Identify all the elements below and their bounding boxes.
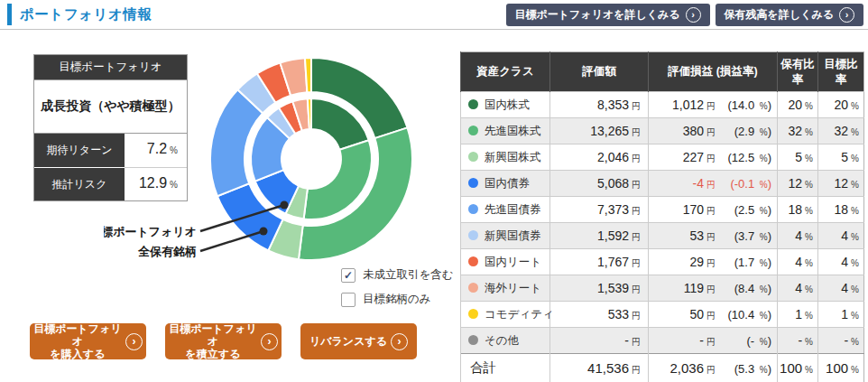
- unit-label: %: [760, 232, 768, 242]
- cell-holding-ratio: 32%: [778, 118, 818, 144]
- gain-rate: (-0.1 %): [716, 177, 771, 191]
- page-title: ポートフォリオ情報: [20, 5, 152, 24]
- chevron-right-icon: ›: [125, 333, 143, 350]
- asset-label: 国内リート: [485, 256, 541, 268]
- cell-holding-ratio: 1%: [778, 302, 818, 328]
- chevron-right-icon: ›: [839, 7, 854, 23]
- cell-gain-loss: 50円(10.4 %): [649, 302, 778, 328]
- gain-rate: (5.3 %): [716, 362, 771, 376]
- gain-amount: -円: [652, 333, 716, 349]
- unit-label: 円: [632, 180, 641, 190]
- target-securities-only-option[interactable]: 目標銘柄のみ: [341, 292, 454, 307]
- cell-asset-class: その他: [461, 328, 550, 354]
- action-buttons: 目標ポートフォリオ を購入する › 目標ポートフォリオ を積立する › リバラン…: [30, 323, 417, 359]
- unit-label: %: [805, 101, 813, 111]
- cell-valuation: -円: [550, 328, 649, 354]
- unit-label: 円: [632, 206, 641, 216]
- column-header: 保有比率: [778, 52, 818, 92]
- unit-label: %: [851, 284, 859, 294]
- buy-target-portfolio-label: 目標ポートフォリオ を購入する: [33, 322, 122, 360]
- unit-label: %: [760, 180, 768, 190]
- asset-label: 合計: [470, 360, 496, 375]
- gain-amount: 53円: [652, 228, 716, 244]
- buy-target-portfolio-button[interactable]: 目標ポートフォリオ を購入する ›: [30, 323, 146, 359]
- gain-rate: (8.4 %): [716, 282, 771, 295]
- unit-label: 円: [706, 232, 716, 242]
- cell-asset-class: 新興国株式: [461, 144, 550, 171]
- include-pending-trades-option[interactable]: ✓ 未成立取引を含む: [341, 267, 454, 283]
- holdings-detail-button[interactable]: 保有残高を詳しくみる ›: [716, 4, 863, 26]
- asset-label: 国内株式: [485, 98, 530, 111]
- table-row: 新興国株式2,046円227円(12.5 %)5%5%: [461, 144, 864, 171]
- table-header-row: 資産クラス評価額評価損益 (損益率)保有比率目標比率: [461, 52, 864, 92]
- unit-label: %: [760, 101, 768, 111]
- asset-label: コモディティ: [485, 308, 554, 321]
- gain-rate: (2.9 %): [716, 125, 771, 138]
- gain-amount: 50円: [652, 307, 716, 322]
- target-portfolio-detail-button[interactable]: 目標ポートフォリオを詳しくみる ›: [506, 4, 710, 26]
- unit-label: 円: [632, 311, 641, 321]
- cell-asset-class: 国内リート: [461, 249, 550, 275]
- label-line2: を積立する: [186, 348, 241, 360]
- chevron-right-icon: ›: [686, 7, 701, 23]
- unit-label: %: [760, 258, 768, 268]
- label-line1: 目標ポートフォリオ: [33, 322, 121, 348]
- table-row: 国内リート1,767円29円(1.7 %)4%4%: [461, 249, 864, 275]
- cell-asset-class: コモディティ: [461, 302, 550, 328]
- cell-gain-loss: 2,036円(5.3 %): [649, 354, 778, 382]
- cell-target-ratio: 18%: [818, 197, 864, 223]
- cell-target-ratio: 32%: [818, 118, 864, 144]
- cell-gain-loss: 1,012円(14.0 %): [649, 92, 778, 118]
- unit-label: %: [805, 206, 813, 216]
- unit-label: %: [851, 258, 859, 268]
- rebalance-label: リバランスする: [309, 335, 387, 348]
- asset-label: 先進国債券: [485, 203, 541, 216]
- cell-holding-ratio: 20%: [778, 92, 818, 118]
- rebalance-button[interactable]: リバランスする ›: [300, 323, 417, 359]
- unit-label: 円: [706, 180, 716, 190]
- accumulate-target-portfolio-button[interactable]: 目標ポートフォリオ を積立する ›: [165, 323, 282, 359]
- table-row: コモディティ533円50円(10.4 %)1%1%: [461, 302, 864, 328]
- asset-label: 先進国株式: [485, 125, 541, 137]
- header-nav-buttons: 目標ポートフォリオを詳しくみる › 保有残高を詳しくみる ›: [506, 4, 864, 26]
- cell-target-ratio: 100%: [818, 354, 864, 382]
- cell-asset-class: 先進国債券: [461, 197, 550, 223]
- holdings-detail-label: 保有残高を詳しくみる: [725, 7, 834, 23]
- gain-rate: (10.4 %): [716, 308, 771, 321]
- cell-gain-loss: -4円(-0.1 %): [649, 171, 778, 197]
- asset-label: 国内債券: [485, 177, 530, 190]
- cell-holding-ratio: 4%: [778, 275, 818, 302]
- cell-holding-ratio: 4%: [778, 249, 818, 275]
- target-portfolio-detail-label: 目標ポートフォリオを詳しくみる: [515, 7, 680, 23]
- unit-label: 円: [706, 206, 716, 216]
- cell-valuation: 8,353円: [550, 92, 649, 118]
- table-row: 国内株式8,353円1,012円(14.0 %)20%20%: [461, 92, 864, 118]
- donut-rings: [210, 58, 412, 260]
- asset-color-dot-icon: [468, 152, 478, 162]
- include-pending-trades-checkbox[interactable]: ✓: [341, 268, 356, 283]
- table-row: 海外リート1,539円119円(8.4 %)4%4%: [461, 275, 864, 302]
- table-row: 国内債券5,068円-4円(-0.1 %)12%12%: [461, 171, 864, 197]
- unit-label: %: [805, 365, 813, 375]
- portfolio-page: ポートフォリオ情報 目標ポートフォリオを詳しくみる › 保有残高を詳しくみる ›…: [0, 0, 868, 382]
- unit-label: %: [851, 365, 859, 375]
- cell-valuation: 5,068円: [550, 171, 649, 197]
- cell-valuation: 13,265円: [550, 118, 649, 144]
- cell-asset-class: 新興国債券: [461, 223, 550, 249]
- label-line1: 目標ポートフォリオ: [169, 322, 256, 348]
- cell-target-ratio: 1%: [818, 302, 864, 328]
- unit-label: %: [805, 337, 813, 347]
- unit-label: 円: [632, 365, 641, 375]
- unit-label: 円: [632, 154, 641, 163]
- gain-rate: (- %): [716, 334, 771, 348]
- cell-holding-ratio: 18%: [778, 197, 818, 223]
- asset-color-dot-icon: [468, 309, 478, 319]
- asset-label: その他: [485, 334, 519, 347]
- asset-label: 新興国株式: [485, 151, 541, 163]
- section-header: ポートフォリオ情報: [7, 4, 152, 25]
- target-securities-only-checkbox[interactable]: [341, 293, 356, 307]
- gain-amount: 2,036円: [652, 360, 716, 377]
- unit-label: %: [851, 154, 859, 163]
- cell-holding-ratio: -%: [778, 328, 818, 354]
- asset-color-dot-icon: [468, 256, 478, 266]
